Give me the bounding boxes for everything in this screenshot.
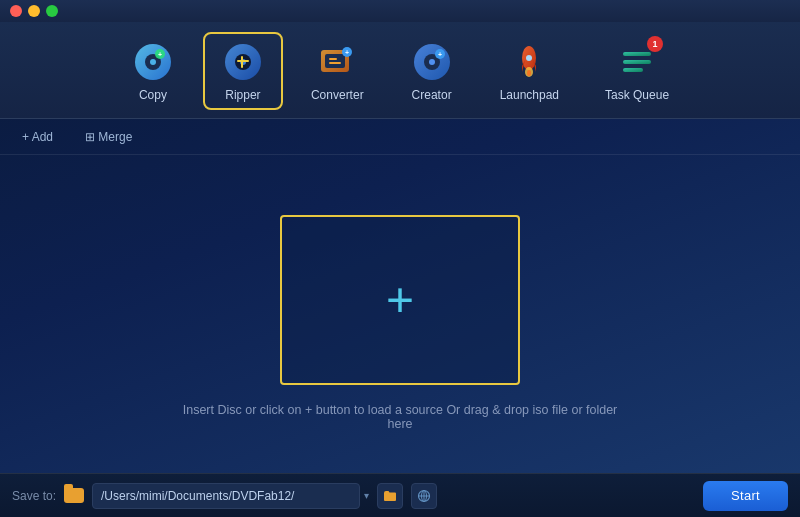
add-button[interactable]: + Add (16, 126, 59, 148)
nav-item-creator[interactable]: + Creator (392, 32, 472, 110)
task-queue-icon: 1 (615, 40, 659, 84)
svg-point-2 (150, 59, 156, 65)
save-to-label: Save to: (12, 489, 56, 503)
nav-item-converter[interactable]: + Converter (293, 32, 382, 110)
save-path-input[interactable] (92, 483, 360, 509)
ripper-label: Ripper (225, 88, 260, 102)
nav-item-launchpad[interactable]: Launchpad (482, 32, 577, 110)
svg-rect-11 (325, 54, 345, 68)
top-nav: + Copy Ripper (0, 22, 800, 119)
globe-button[interactable] (411, 483, 437, 509)
svg-text:+: + (345, 49, 349, 56)
merge-button[interactable]: ⊞ Merge (79, 126, 138, 148)
folder-icon (64, 488, 84, 503)
nav-item-copy[interactable]: + Copy (113, 32, 193, 110)
browse-folder-button[interactable] (377, 483, 403, 509)
svg-rect-29 (623, 68, 643, 72)
task-queue-badge: 1 (647, 36, 663, 52)
traffic-lights (10, 5, 58, 17)
copy-icon: + (131, 40, 175, 84)
converter-label: Converter (311, 88, 364, 102)
nav-item-ripper[interactable]: Ripper (203, 32, 283, 110)
svg-text:+: + (158, 51, 162, 58)
svg-rect-27 (623, 52, 651, 56)
svg-rect-14 (329, 58, 337, 60)
nav-item-task-queue[interactable]: 1 Task Queue (587, 32, 687, 110)
close-button[interactable] (10, 5, 22, 17)
dropdown-arrow-icon[interactable]: ▾ (364, 490, 369, 501)
svg-rect-28 (623, 60, 651, 64)
svg-rect-9 (241, 56, 243, 68)
launchpad-icon (507, 40, 551, 84)
add-icon: + (386, 276, 414, 324)
browse-folder-icon (383, 490, 397, 502)
bottom-bar: Save to: ▾ Start (0, 473, 800, 517)
maximize-button[interactable] (46, 5, 58, 17)
ripper-icon (221, 40, 265, 84)
svg-point-18 (429, 59, 435, 65)
creator-icon: + (410, 40, 454, 84)
svg-rect-15 (329, 62, 341, 64)
task-queue-label: Task Queue (605, 88, 669, 102)
creator-label: Creator (412, 88, 452, 102)
drop-hint: Insert Disc or click on + button to load… (180, 403, 620, 431)
svg-point-24 (526, 55, 532, 61)
converter-icon: + (315, 40, 359, 84)
minimize-button[interactable] (28, 5, 40, 17)
titlebar (0, 0, 800, 22)
toolbar: + Add ⊞ Merge (0, 119, 800, 155)
start-button[interactable]: Start (703, 481, 788, 511)
launchpad-label: Launchpad (500, 88, 559, 102)
main-content: + Insert Disc or click on + button to lo… (0, 155, 800, 490)
copy-label: Copy (139, 88, 167, 102)
svg-point-26 (527, 70, 531, 76)
drop-zone[interactable]: + (280, 215, 520, 385)
svg-text:+: + (438, 51, 442, 58)
globe-icon (417, 489, 431, 503)
